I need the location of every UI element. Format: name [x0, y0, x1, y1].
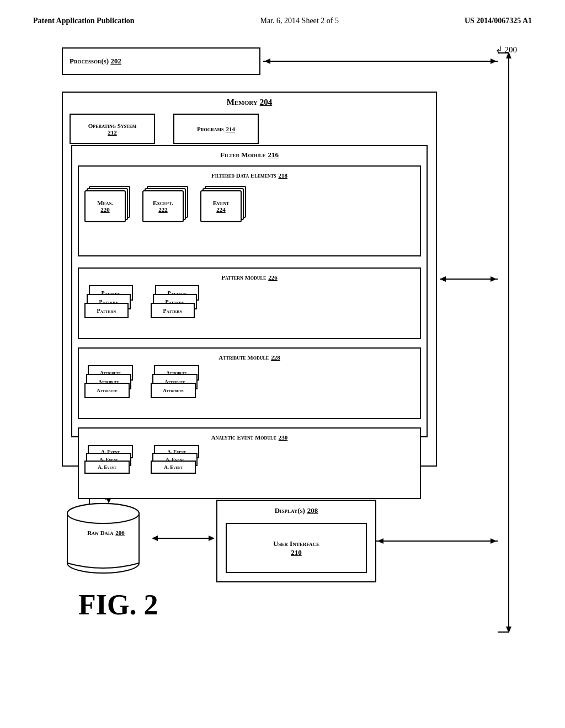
svg-marker-19	[491, 538, 497, 544]
os-box: Operating System 212	[70, 114, 155, 144]
ae2-front: A. Event	[151, 461, 196, 474]
attr-group-2: Attribute Attribute Attribute	[151, 365, 200, 406]
except-card-front: Except. 222	[142, 190, 184, 222]
raw-data-cylinder: Raw Data 206	[62, 500, 150, 577]
main-diagram: ↲ 200 Processor(s) 202 Memory 204 Operat…	[45, 47, 520, 654]
header-center: Mar. 6, 2014 Sheet 2 of 5	[260, 17, 339, 25]
attr-group-1: Attribute Attribute Attribute	[84, 365, 134, 406]
cylinder-svg	[62, 500, 150, 577]
memory-label: Memory 204	[63, 93, 436, 107]
processor-box: Processor(s) 202	[62, 47, 260, 75]
p2-front: Pattern	[151, 303, 195, 318]
svg-marker-7	[491, 58, 497, 64]
displays-label: Display(s) 208	[217, 501, 375, 515]
pattern-group-1: Pattern Pattern Pattern	[84, 285, 134, 326]
filtered-data-label: Filtered Data Elements 218	[79, 167, 420, 180]
p-front: Pattern	[84, 303, 129, 318]
meas-card-front: Meas. 220	[84, 190, 126, 222]
svg-marker-6	[264, 58, 270, 64]
ae-group-2: A. Event A. Event A. Event	[151, 445, 200, 486]
ae-group-1: A. Event A. Event A. Event	[84, 445, 134, 486]
figure-label: FIG. 2	[78, 588, 158, 621]
attribute-label: Attribute Module 228	[79, 349, 420, 362]
event-card-stack: Event 224	[200, 186, 247, 224]
filter-module-box: Filter Module 216 Filtered Data Elements…	[71, 145, 428, 437]
attribute-module-box: Attribute Module 228 Attribute Attribute	[78, 347, 421, 419]
svg-point-27	[67, 504, 139, 523]
raw-data-label: Raw Data 206	[62, 527, 150, 537]
header-right: US 2014/0067325 A1	[465, 17, 532, 25]
pattern-module-box: Pattern Module 226 Pattern Pattern	[78, 267, 421, 339]
user-interface-box: User Interface 210	[226, 523, 367, 573]
event-card-front: Event 224	[200, 190, 242, 222]
header: Patent Application Publication Mar. 6, 2…	[33, 17, 532, 25]
processor-label: Processor(s) 202	[70, 57, 121, 66]
attribute-cards: Attribute Attribute Attribute	[84, 365, 200, 406]
header-left: Patent Application Publication	[33, 17, 135, 25]
analytic-module-box: Analytic Event Module 230 A. Event A. Ev…	[78, 427, 421, 499]
analytic-cards: A. Event A. Event A. Event	[84, 445, 200, 486]
svg-marker-13	[209, 536, 215, 541]
pattern-cards: Pattern Pattern Pattern	[84, 285, 200, 326]
data-cards: Meas. 220 Except. 222	[84, 186, 247, 224]
except-card-stack: Except. 222	[142, 186, 189, 224]
svg-marker-10	[491, 276, 497, 282]
meas-card-stack: Meas. 220	[84, 186, 131, 224]
ae-front: A. Event	[84, 461, 130, 474]
filtered-data-box: Filtered Data Elements 218 Meas. 220	[78, 165, 421, 256]
pattern-group-2: Pattern Pattern Pattern	[151, 285, 200, 326]
a-front: Attribute	[84, 383, 130, 398]
svg-marker-4	[506, 627, 511, 633]
analytic-label: Analytic Event Module 230	[79, 429, 420, 442]
page: Patent Application Publication Mar. 6, 2…	[0, 0, 565, 728]
filter-label: Filter Module 216	[72, 146, 427, 159]
svg-marker-18	[377, 538, 383, 544]
svg-marker-14	[152, 536, 158, 541]
a2-front: Attribute	[151, 383, 196, 398]
memory-box: Memory 204 Operating System 212 Programs…	[62, 92, 437, 467]
ref-200: ↲ 200	[495, 45, 517, 55]
svg-marker-9	[440, 276, 446, 282]
programs-box: Programs 214	[173, 114, 259, 144]
pattern-label: Pattern Module 226	[79, 269, 420, 282]
displays-box: Display(s) 208 User Interface 210	[216, 500, 376, 582]
